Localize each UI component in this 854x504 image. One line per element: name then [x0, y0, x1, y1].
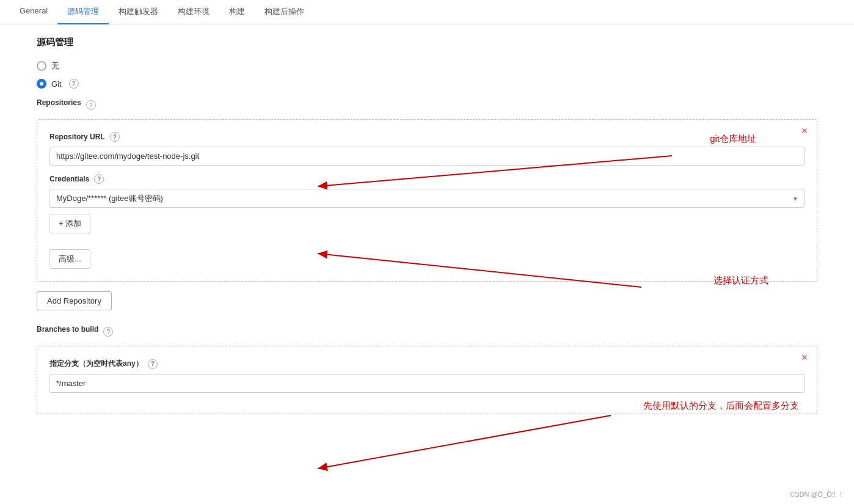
close-repository-button[interactable]: ✕ — [797, 125, 812, 137]
branches-label-row: Branches to build ? — [37, 325, 817, 338]
repositories-label-row: Repositories ? — [37, 98, 817, 112]
repositories-section: Repositories ? ✕ Repository URL ? C — [37, 98, 817, 414]
footer-watermark: CSDN @Ö_Ö!! ！ — [790, 490, 844, 499]
repository-box: ✕ Repository URL ? Credentials ? — [37, 119, 817, 282]
tab-general[interactable]: General — [10, 0, 57, 24]
repository-url-label-row: Repository URL ? — [49, 132, 805, 142]
advanced-button[interactable]: 高级... — [49, 249, 90, 269]
git-help-icon[interactable]: ? — [69, 79, 79, 89]
tab-build-triggers[interactable]: 构建触发器 — [109, 0, 168, 24]
radio-none-label: 无 — [51, 60, 59, 71]
branches-label: Branches to build — [37, 325, 98, 334]
main-content: 源码管理 无 Git ? Repositories ? ✕ — [0, 24, 854, 448]
branch-specifier-help-icon[interactable]: ? — [148, 359, 158, 369]
branch-specifier-input[interactable] — [49, 374, 805, 393]
repositories-help-icon[interactable]: ? — [86, 100, 96, 110]
tab-source-management[interactable]: 源码管理 — [57, 0, 109, 24]
add-credentials-button[interactable]: + 添加 — [49, 214, 90, 233]
credentials-label: Credentials — [49, 175, 89, 183]
repo-url-help-icon[interactable]: ? — [110, 132, 120, 142]
page-title: 源码管理 — [37, 37, 817, 48]
radio-none-button[interactable] — [37, 61, 46, 71]
radio-git-button[interactable] — [37, 79, 46, 89]
tabs-bar: General 源码管理 构建触发器 构建环境 构建 构建后操作 — [0, 0, 854, 24]
credentials-help-icon[interactable]: ? — [94, 174, 104, 184]
credentials-label-row: Credentials ? — [49, 174, 805, 184]
branches-help-icon[interactable]: ? — [103, 327, 113, 337]
repositories-label: Repositories — [37, 98, 81, 107]
tab-build[interactable]: 构建 — [219, 0, 255, 24]
tab-build-env[interactable]: 构建环境 — [168, 0, 219, 24]
radio-group: 无 Git ? — [37, 60, 817, 89]
repository-url-field: Repository URL ? — [49, 132, 805, 166]
add-repository-button[interactable]: Add Repository — [37, 291, 112, 310]
tab-post-build[interactable]: 构建后操作 — [255, 0, 314, 24]
credentials-field: Credentials ? MyDoge/****** (gitee账号密码) — [49, 174, 805, 208]
credentials-select[interactable]: MyDoge/****** (gitee账号密码) — [49, 189, 805, 208]
branch-specifier-label: 指定分支（为空时代表any） — [49, 359, 143, 369]
branch-box: ✕ 指定分支（为空时代表any） ? — [37, 346, 817, 414]
repository-url-label: Repository URL — [49, 133, 105, 141]
radio-git-item[interactable]: Git ? — [37, 79, 817, 89]
branch-specifier-field: 指定分支（为空时代表any） ? — [49, 359, 805, 393]
close-branch-button[interactable]: ✕ — [797, 351, 812, 363]
radio-none-item[interactable]: 无 — [37, 60, 817, 71]
radio-git-label: Git — [51, 79, 62, 89]
branch-specifier-label-row: 指定分支（为空时代表any） ? — [49, 359, 805, 369]
advanced-row: 高级... — [49, 249, 805, 269]
add-credentials-row: + 添加 — [49, 214, 805, 241]
repository-url-input[interactable] — [49, 147, 805, 166]
credentials-select-wrapper: MyDoge/****** (gitee账号密码) — [49, 189, 805, 208]
